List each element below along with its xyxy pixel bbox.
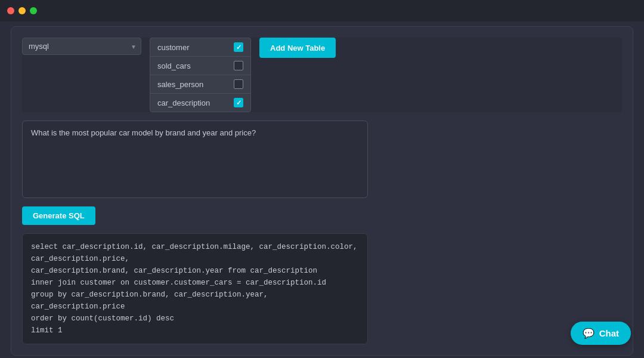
generate-sql-button[interactable]: Generate SQL	[22, 206, 95, 225]
table-name-sold-cars: sold_cars	[157, 61, 191, 70]
main-panel: mysql postgresql sqlite ▼ customer sold_…	[11, 26, 633, 356]
chat-icon: 💬	[583, 328, 595, 339]
chat-button[interactable]: 💬 Chat	[571, 322, 631, 345]
chat-button-label: Chat	[599, 328, 619, 338]
table-name-customer: customer	[157, 43, 189, 52]
table-checkbox-customer[interactable]	[234, 42, 243, 52]
table-row: car_description	[150, 94, 250, 112]
add-new-table-button[interactable]: Add New Table	[259, 38, 336, 58]
table-name-car-description: car_description	[157, 98, 210, 107]
db-selector-wrapper: mysql postgresql sqlite ▼	[22, 38, 141, 55]
table-checkbox-car-description[interactable]	[234, 98, 243, 107]
table-name-sales-person: sales_person	[157, 80, 203, 89]
titlebar	[0, 0, 644, 21]
top-section: mysql postgresql sqlite ▼ customer sold_…	[22, 38, 622, 112]
minimize-dot[interactable]	[18, 7, 26, 14]
table-row: sales_person	[150, 75, 250, 94]
tables-list: customer sold_cars sales_person car_desc…	[150, 38, 251, 112]
table-row: customer	[150, 38, 250, 57]
table-checkbox-sold-cars[interactable]	[234, 61, 243, 70]
sql-output: select car_description.id, car_descripti…	[22, 233, 368, 344]
table-checkbox-sales-person[interactable]	[234, 79, 243, 89]
db-selector[interactable]: mysql postgresql sqlite	[22, 38, 141, 55]
close-dot[interactable]	[7, 7, 14, 14]
table-row: sold_cars	[150, 57, 250, 75]
question-input[interactable]: What is the most popular car model by br…	[22, 121, 368, 198]
maximize-dot[interactable]	[30, 7, 37, 14]
